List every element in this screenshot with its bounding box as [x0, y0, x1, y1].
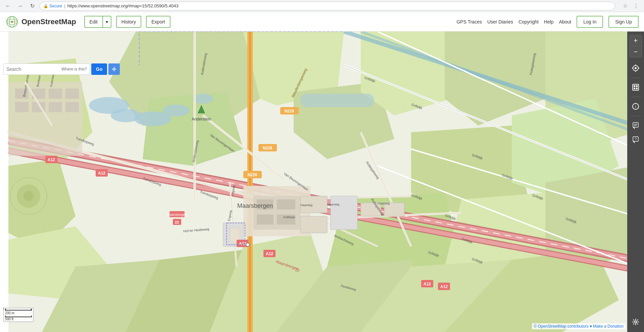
- svg-text:Anderstein: Anderstein: [192, 117, 211, 122]
- svg-rect-173: [633, 123, 638, 127]
- svg-rect-82: [49, 102, 62, 112]
- scale-bar: 200 m 500 ft: [3, 308, 34, 322]
- scale-imperial: 500 ft: [5, 317, 13, 321]
- svg-rect-166: [633, 84, 639, 90]
- forward-button[interactable]: →: [15, 1, 25, 11]
- search-bar: Where is this? Go: [3, 63, 120, 75]
- query-button[interactable]: ?: [629, 133, 642, 146]
- osm-navbar: OpenStreetMap Edit ▾ History Export GPS …: [0, 12, 644, 32]
- edit-button[interactable]: Edit: [85, 16, 102, 27]
- log-in-button[interactable]: Log In: [577, 16, 603, 28]
- secure-badge: 🔒 Secure: [43, 4, 62, 8]
- attribution-text[interactable]: © OpenStreetMap contributors ♥ Make a Do…: [534, 324, 624, 329]
- osm-logo-icon: [5, 15, 19, 29]
- directions-button[interactable]: [108, 63, 120, 75]
- where-is-this-link[interactable]: Where is this?: [61, 67, 87, 72]
- attribution: © OpenStreetMap contributors ♥ Make a Do…: [532, 323, 626, 329]
- svg-rect-169: [634, 88, 635, 89]
- refresh-button[interactable]: ↻: [28, 1, 37, 11]
- help-link[interactable]: Help: [544, 19, 554, 25]
- search-input-wrapper: Where is this?: [3, 63, 90, 75]
- note-button[interactable]: [629, 119, 642, 132]
- svg-text:N226: N226: [248, 173, 257, 177]
- nav-left: OpenStreetMap Edit ▾ History Export: [5, 15, 170, 29]
- svg-point-32: [193, 94, 213, 104]
- svg-point-157: [246, 243, 249, 246]
- edit-button-split[interactable]: Edit ▾: [84, 16, 111, 28]
- menu-button[interactable]: ⋮: [631, 1, 641, 11]
- sign-up-button[interactable]: Sign Up: [608, 16, 639, 28]
- zoom-in-button[interactable]: +: [630, 35, 642, 46]
- locate-button[interactable]: [629, 61, 642, 75]
- svg-rect-151: [200, 107, 202, 113]
- zoom-controls: + −: [629, 35, 642, 57]
- svg-text:Kolklaan: Kolklaan: [284, 216, 295, 219]
- gps-traces-link[interactable]: GPS Traces: [456, 19, 482, 25]
- map-svg[interactable]: N226 N226 N226 Woudenbergseweg A12 A12 A…: [0, 32, 644, 332]
- scale-metric: 200 m: [5, 311, 14, 315]
- svg-rect-70: [277, 199, 295, 209]
- edit-dropdown-button[interactable]: ▾: [102, 16, 111, 27]
- osm-logo[interactable]: OpenStreetMap: [5, 15, 76, 29]
- svg-text:A12: A12: [239, 241, 246, 246]
- copyright-link[interactable]: Copyright: [518, 19, 539, 25]
- svg-text:Maarsbergen: Maarsbergen: [237, 202, 273, 209]
- url-text: https://www.openstreetmap.org/#map=15/52…: [67, 3, 178, 8]
- svg-rect-86: [331, 196, 357, 230]
- svg-text:?: ?: [635, 137, 637, 141]
- svg-text:A12: A12: [98, 171, 105, 176]
- svg-rect-168: [636, 85, 638, 87]
- svg-rect-71: [257, 215, 274, 225]
- svg-rect-78: [49, 89, 62, 99]
- svg-rect-79: [65, 89, 79, 99]
- svg-rect-170: [636, 88, 638, 89]
- svg-text:Haarweg: Haarweg: [378, 202, 390, 205]
- browser-icons: ☆ ⋮: [621, 1, 641, 11]
- svg-rect-85: [300, 216, 327, 233]
- search-input[interactable]: [6, 66, 60, 72]
- settings-button[interactable]: [629, 315, 642, 329]
- svg-text:A12: A12: [266, 251, 273, 256]
- svg-point-178: [635, 321, 637, 323]
- info-button[interactable]: i: [629, 100, 642, 113]
- svg-rect-80: [15, 102, 29, 112]
- svg-text:N226: N226: [285, 109, 294, 113]
- svg-text:Haarweg: Haarweg: [300, 203, 312, 207]
- svg-point-161: [635, 67, 637, 69]
- nav-right: GPS Traces User Diaries Copyright Help A…: [456, 16, 639, 28]
- svg-point-31: [163, 104, 190, 116]
- svg-text:Haarweg: Haarweg: [327, 203, 339, 206]
- history-button[interactable]: History: [116, 16, 142, 28]
- about-link[interactable]: About: [559, 19, 572, 25]
- map-controls: + −: [627, 32, 644, 332]
- layers-button[interactable]: [629, 81, 642, 94]
- svg-rect-33: [300, 94, 374, 107]
- map-container[interactable]: Where is this? Go: [0, 32, 644, 332]
- back-button[interactable]: ←: [3, 1, 13, 11]
- zoom-out-button[interactable]: −: [630, 46, 642, 57]
- svg-rect-167: [634, 85, 635, 87]
- svg-text:Maarsbergen: Maarsbergen: [167, 213, 187, 217]
- user-diaries-link[interactable]: User Diaries: [487, 19, 513, 25]
- go-button[interactable]: Go: [91, 63, 107, 75]
- svg-rect-83: [65, 102, 79, 112]
- address-bar[interactable]: 🔒 Secure | https://www.openstreetmap.org…: [40, 2, 615, 10]
- browser-chrome: ← → ↻ 🔒 Secure | https://www.openstreetm…: [0, 0, 644, 12]
- logo-text: OpenStreetMap: [21, 17, 76, 26]
- svg-text:i: i: [635, 104, 636, 109]
- svg-text:A12: A12: [48, 157, 55, 162]
- export-button[interactable]: Export: [146, 16, 170, 28]
- svg-text:A12: A12: [424, 282, 431, 286]
- svg-text:A12: A12: [440, 284, 448, 289]
- svg-text:N226: N226: [263, 146, 273, 150]
- star-button[interactable]: ☆: [621, 1, 630, 11]
- svg-text:22: 22: [175, 220, 179, 224]
- svg-point-91: [23, 191, 34, 201]
